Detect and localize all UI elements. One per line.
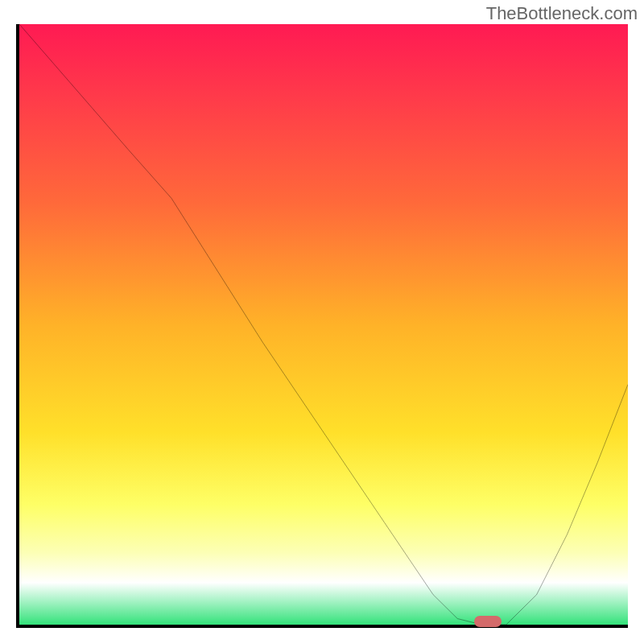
plot-area xyxy=(16,24,628,628)
watermark-text: TheBottleneck.com xyxy=(486,3,638,24)
optimal-marker xyxy=(474,616,502,627)
bottleneck-curve xyxy=(19,24,628,625)
chart-container: TheBottleneck.com xyxy=(0,0,644,644)
